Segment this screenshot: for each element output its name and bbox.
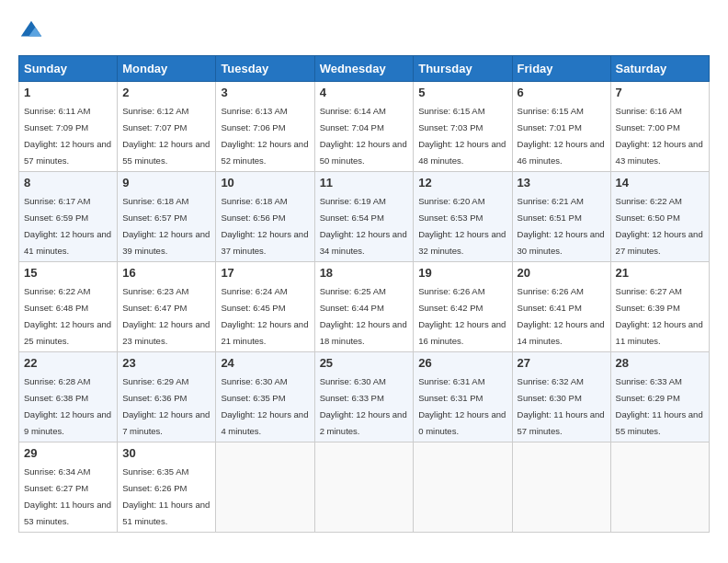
day-detail: Sunrise: 6:28 AMSunset: 6:38 PMDaylight:… [24,376,111,436]
day-number: 24 [221,356,309,370]
calendar-cell: 10 Sunrise: 6:18 AMSunset: 6:56 PMDaylig… [216,172,314,262]
weekday-header: Monday [118,56,216,82]
day-detail: Sunrise: 6:31 AMSunset: 6:31 PMDaylight:… [418,376,506,436]
day-number: 26 [418,356,506,370]
calendar-cell: 9 Sunrise: 6:18 AMSunset: 6:57 PMDayligh… [118,172,216,262]
day-detail: Sunrise: 6:15 AMSunset: 7:01 PMDaylight:… [518,106,605,166]
page-header [18,18,710,44]
calendar-cell: 15 Sunrise: 6:22 AMSunset: 6:48 PMDaylig… [19,262,118,352]
day-detail: Sunrise: 6:22 AMSunset: 6:48 PMDaylight:… [24,286,111,346]
weekday-header: Thursday [414,56,512,82]
weekday-header-row: SundayMondayTuesdayWednesdayThursdayFrid… [19,56,710,82]
weekday-header: Tuesday [216,56,314,82]
day-number: 17 [221,266,309,280]
day-number: 15 [24,266,112,280]
day-number: 10 [221,176,309,190]
day-detail: Sunrise: 6:22 AMSunset: 6:50 PMDaylight:… [616,196,703,256]
logo-icon [18,18,44,44]
day-detail: Sunrise: 6:18 AMSunset: 6:57 PMDaylight:… [122,196,210,256]
calendar-cell: 26 Sunrise: 6:31 AMSunset: 6:31 PMDaylig… [414,352,512,442]
day-number: 2 [122,86,210,99]
day-number: 29 [24,446,112,460]
weekday-header: Saturday [610,56,709,82]
calendar-cell: 5 Sunrise: 6:15 AMSunset: 7:03 PMDayligh… [414,82,512,172]
day-detail: Sunrise: 6:11 AMSunset: 7:09 PMDaylight:… [24,106,111,166]
day-number: 12 [418,176,506,190]
calendar-cell: 8 Sunrise: 6:17 AMSunset: 6:59 PMDayligh… [19,172,118,262]
day-detail: Sunrise: 6:34 AMSunset: 6:27 PMDaylight:… [24,466,111,526]
calendar-cell: 17 Sunrise: 6:24 AMSunset: 6:45 PMDaylig… [216,262,314,352]
day-detail: Sunrise: 6:23 AMSunset: 6:47 PMDaylight:… [122,286,210,346]
day-number: 21 [616,266,704,280]
day-detail: Sunrise: 6:15 AMSunset: 7:03 PMDaylight:… [418,106,506,166]
calendar-week-row: 1 Sunrise: 6:11 AMSunset: 7:09 PMDayligh… [19,82,710,172]
day-number: 6 [518,86,606,99]
calendar-cell: 3 Sunrise: 6:13 AMSunset: 7:06 PMDayligh… [216,82,314,172]
day-detail: Sunrise: 6:32 AMSunset: 6:30 PMDaylight:… [518,376,605,436]
day-number: 27 [518,356,606,370]
day-detail: Sunrise: 6:27 AMSunset: 6:39 PMDaylight:… [616,286,703,346]
weekday-header: Wednesday [314,56,414,82]
day-detail: Sunrise: 6:29 AMSunset: 6:36 PMDaylight:… [122,376,210,436]
day-number: 5 [418,86,506,99]
calendar-cell: 12 Sunrise: 6:20 AMSunset: 6:53 PMDaylig… [414,172,512,262]
logo [18,18,48,44]
calendar-cell: 16 Sunrise: 6:23 AMSunset: 6:47 PMDaylig… [118,262,216,352]
calendar-cell: 13 Sunrise: 6:21 AMSunset: 6:51 PMDaylig… [512,172,610,262]
calendar-week-row: 22 Sunrise: 6:28 AMSunset: 6:38 PMDaylig… [19,352,710,442]
calendar-cell [314,442,414,533]
day-number: 4 [320,86,409,99]
calendar-cell [512,442,610,533]
calendar-cell: 20 Sunrise: 6:26 AMSunset: 6:41 PMDaylig… [512,262,610,352]
day-detail: Sunrise: 6:33 AMSunset: 6:29 PMDaylight:… [616,376,703,436]
day-number: 28 [616,356,704,370]
day-number: 25 [320,356,409,370]
day-detail: Sunrise: 6:25 AMSunset: 6:44 PMDaylight:… [320,286,407,346]
calendar-cell [216,442,314,533]
day-number: 18 [320,266,409,280]
calendar-cell: 21 Sunrise: 6:27 AMSunset: 6:39 PMDaylig… [610,262,709,352]
day-number: 8 [24,176,112,190]
day-detail: Sunrise: 6:18 AMSunset: 6:56 PMDaylight:… [221,196,308,256]
day-detail: Sunrise: 6:26 AMSunset: 6:42 PMDaylight:… [418,286,506,346]
day-number: 19 [418,266,506,280]
calendar-week-row: 15 Sunrise: 6:22 AMSunset: 6:48 PMDaylig… [19,262,710,352]
calendar-cell: 29 Sunrise: 6:34 AMSunset: 6:27 PMDaylig… [19,442,118,533]
calendar-cell: 6 Sunrise: 6:15 AMSunset: 7:01 PMDayligh… [512,82,610,172]
day-number: 14 [616,176,704,190]
day-detail: Sunrise: 6:17 AMSunset: 6:59 PMDaylight:… [24,196,111,256]
day-detail: Sunrise: 6:13 AMSunset: 7:06 PMDaylight:… [221,106,308,166]
day-detail: Sunrise: 6:30 AMSunset: 6:35 PMDaylight:… [221,376,308,436]
day-number: 20 [518,266,606,280]
day-detail: Sunrise: 6:26 AMSunset: 6:41 PMDaylight:… [518,286,605,346]
calendar-cell: 25 Sunrise: 6:30 AMSunset: 6:33 PMDaylig… [314,352,414,442]
day-detail: Sunrise: 6:35 AMSunset: 6:26 PMDaylight:… [122,466,210,526]
calendar-cell: 28 Sunrise: 6:33 AMSunset: 6:29 PMDaylig… [610,352,709,442]
calendar-cell: 27 Sunrise: 6:32 AMSunset: 6:30 PMDaylig… [512,352,610,442]
day-detail: Sunrise: 6:24 AMSunset: 6:45 PMDaylight:… [221,286,308,346]
calendar-cell: 7 Sunrise: 6:16 AMSunset: 7:00 PMDayligh… [610,82,709,172]
calendar-table: SundayMondayTuesdayWednesdayThursdayFrid… [18,55,710,533]
day-number: 7 [616,86,704,99]
day-number: 23 [122,356,210,370]
calendar-cell: 24 Sunrise: 6:30 AMSunset: 6:35 PMDaylig… [216,352,314,442]
calendar-cell: 18 Sunrise: 6:25 AMSunset: 6:44 PMDaylig… [314,262,414,352]
calendar-cell: 19 Sunrise: 6:26 AMSunset: 6:42 PMDaylig… [414,262,512,352]
day-number: 13 [518,176,606,190]
day-detail: Sunrise: 6:30 AMSunset: 6:33 PMDaylight:… [320,376,407,436]
day-number: 1 [24,86,112,99]
day-number: 11 [320,176,409,190]
weekday-header: Friday [512,56,610,82]
day-detail: Sunrise: 6:16 AMSunset: 7:00 PMDaylight:… [616,106,703,166]
calendar-cell: 14 Sunrise: 6:22 AMSunset: 6:50 PMDaylig… [610,172,709,262]
calendar-cell: 23 Sunrise: 6:29 AMSunset: 6:36 PMDaylig… [118,352,216,442]
day-detail: Sunrise: 6:19 AMSunset: 6:54 PMDaylight:… [320,196,407,256]
day-detail: Sunrise: 6:12 AMSunset: 7:07 PMDaylight:… [122,106,210,166]
calendar-week-row: 8 Sunrise: 6:17 AMSunset: 6:59 PMDayligh… [19,172,710,262]
calendar-cell: 11 Sunrise: 6:19 AMSunset: 6:54 PMDaylig… [314,172,414,262]
calendar-cell: 2 Sunrise: 6:12 AMSunset: 7:07 PMDayligh… [118,82,216,172]
day-number: 30 [122,446,210,460]
calendar-cell [414,442,512,533]
calendar-cell [610,442,709,533]
day-detail: Sunrise: 6:20 AMSunset: 6:53 PMDaylight:… [418,196,506,256]
